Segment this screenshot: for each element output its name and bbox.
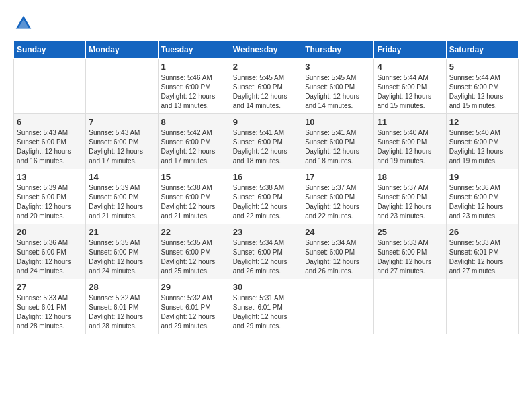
day-info: Sunrise: 5:41 AM Sunset: 6:00 PM Dayligh…	[305, 128, 371, 166]
day-number: 12	[449, 117, 515, 127]
day-cell: 5Sunrise: 5:44 AM Sunset: 6:00 PM Daylig…	[446, 59, 518, 114]
day-number: 29	[161, 282, 227, 292]
day-cell: 9Sunrise: 5:41 AM Sunset: 6:00 PM Daylig…	[230, 114, 302, 169]
page-header	[13, 13, 519, 34]
day-number: 2	[233, 62, 299, 72]
day-info: Sunrise: 5:36 AM Sunset: 6:00 PM Dayligh…	[449, 183, 515, 221]
week-row-1: 1Sunrise: 5:46 AM Sunset: 6:00 PM Daylig…	[14, 59, 519, 114]
day-cell: 29Sunrise: 5:32 AM Sunset: 6:01 PM Dayli…	[158, 279, 230, 334]
day-header-thursday: Thursday	[302, 41, 374, 59]
day-cell: 7Sunrise: 5:43 AM Sunset: 6:00 PM Daylig…	[86, 114, 158, 169]
day-info: Sunrise: 5:35 AM Sunset: 6:00 PM Dayligh…	[89, 238, 154, 276]
logo-icon	[13, 13, 34, 34]
day-cell: 28Sunrise: 5:32 AM Sunset: 6:01 PM Dayli…	[86, 279, 158, 334]
day-info: Sunrise: 5:39 AM Sunset: 6:00 PM Dayligh…	[89, 183, 154, 221]
day-cell: 3Sunrise: 5:45 AM Sunset: 6:00 PM Daylig…	[302, 59, 374, 114]
day-number: 14	[89, 172, 154, 182]
day-number: 6	[17, 117, 83, 127]
day-info: Sunrise: 5:36 AM Sunset: 6:00 PM Dayligh…	[17, 238, 83, 276]
day-number: 24	[305, 227, 371, 237]
day-header-sunday: Sunday	[14, 41, 86, 59]
day-number: 13	[17, 172, 83, 182]
day-header-monday: Monday	[86, 41, 158, 59]
calendar: SundayMondayTuesdayWednesdayThursdayFrid…	[13, 40, 519, 334]
day-cell: 15Sunrise: 5:38 AM Sunset: 6:00 PM Dayli…	[158, 169, 230, 224]
day-cell	[374, 279, 446, 334]
day-cell: 4Sunrise: 5:44 AM Sunset: 6:00 PM Daylig…	[374, 59, 446, 114]
day-cell: 16Sunrise: 5:38 AM Sunset: 6:00 PM Dayli…	[230, 169, 302, 224]
day-cell: 14Sunrise: 5:39 AM Sunset: 6:00 PM Dayli…	[86, 169, 158, 224]
day-info: Sunrise: 5:44 AM Sunset: 6:00 PM Dayligh…	[377, 73, 443, 111]
day-number: 26	[449, 227, 515, 237]
day-number: 28	[89, 282, 154, 292]
day-number: 25	[377, 227, 443, 237]
day-number: 18	[377, 172, 443, 182]
day-number: 17	[305, 172, 371, 182]
day-info: Sunrise: 5:39 AM Sunset: 6:00 PM Dayligh…	[17, 183, 83, 221]
day-info: Sunrise: 5:46 AM Sunset: 6:00 PM Dayligh…	[161, 73, 227, 111]
day-info: Sunrise: 5:37 AM Sunset: 6:00 PM Dayligh…	[305, 183, 371, 221]
day-info: Sunrise: 5:34 AM Sunset: 6:00 PM Dayligh…	[305, 238, 371, 276]
day-info: Sunrise: 5:40 AM Sunset: 6:00 PM Dayligh…	[449, 128, 515, 166]
day-cell: 6Sunrise: 5:43 AM Sunset: 6:00 PM Daylig…	[14, 114, 86, 169]
day-number: 4	[377, 62, 443, 72]
day-number: 1	[161, 62, 227, 72]
day-cell: 20Sunrise: 5:36 AM Sunset: 6:00 PM Dayli…	[14, 224, 86, 279]
day-number: 10	[305, 117, 371, 127]
week-row-5: 27Sunrise: 5:33 AM Sunset: 6:01 PM Dayli…	[14, 279, 519, 334]
day-number: 19	[449, 172, 515, 182]
day-cell	[302, 279, 374, 334]
day-info: Sunrise: 5:38 AM Sunset: 6:00 PM Dayligh…	[233, 183, 299, 221]
day-info: Sunrise: 5:32 AM Sunset: 6:01 PM Dayligh…	[161, 293, 227, 331]
day-cell: 24Sunrise: 5:34 AM Sunset: 6:00 PM Dayli…	[302, 224, 374, 279]
day-info: Sunrise: 5:37 AM Sunset: 6:00 PM Dayligh…	[377, 183, 443, 221]
day-info: Sunrise: 5:41 AM Sunset: 6:00 PM Dayligh…	[233, 128, 299, 166]
day-info: Sunrise: 5:31 AM Sunset: 6:01 PM Dayligh…	[233, 293, 299, 331]
day-number: 20	[17, 227, 83, 237]
day-info: Sunrise: 5:38 AM Sunset: 6:00 PM Dayligh…	[161, 183, 227, 221]
day-cell: 2Sunrise: 5:45 AM Sunset: 6:00 PM Daylig…	[230, 59, 302, 114]
day-number: 27	[17, 282, 83, 292]
day-header-saturday: Saturday	[446, 41, 518, 59]
day-cell: 8Sunrise: 5:42 AM Sunset: 6:00 PM Daylig…	[158, 114, 230, 169]
day-number: 5	[449, 62, 515, 72]
day-number: 15	[161, 172, 227, 182]
day-cell: 30Sunrise: 5:31 AM Sunset: 6:01 PM Dayli…	[230, 279, 302, 334]
day-number: 11	[377, 117, 443, 127]
day-cell: 19Sunrise: 5:36 AM Sunset: 6:00 PM Dayli…	[446, 169, 518, 224]
day-number: 9	[233, 117, 299, 127]
day-cell: 12Sunrise: 5:40 AM Sunset: 6:00 PM Dayli…	[446, 114, 518, 169]
day-cell: 23Sunrise: 5:34 AM Sunset: 6:00 PM Dayli…	[230, 224, 302, 279]
day-cell: 13Sunrise: 5:39 AM Sunset: 6:00 PM Dayli…	[14, 169, 86, 224]
day-number: 7	[89, 117, 154, 127]
day-header-tuesday: Tuesday	[158, 41, 230, 59]
day-number: 3	[305, 62, 371, 72]
calendar-header-row: SundayMondayTuesdayWednesdayThursdayFrid…	[14, 41, 519, 59]
day-number: 30	[233, 282, 299, 292]
day-number: 22	[161, 227, 227, 237]
day-header-wednesday: Wednesday	[230, 41, 302, 59]
day-info: Sunrise: 5:43 AM Sunset: 6:00 PM Dayligh…	[89, 128, 154, 166]
day-number: 23	[233, 227, 299, 237]
day-header-friday: Friday	[374, 41, 446, 59]
week-row-2: 6Sunrise: 5:43 AM Sunset: 6:00 PM Daylig…	[14, 114, 519, 169]
day-cell: 22Sunrise: 5:35 AM Sunset: 6:00 PM Dayli…	[158, 224, 230, 279]
day-number: 16	[233, 172, 299, 182]
day-info: Sunrise: 5:34 AM Sunset: 6:00 PM Dayligh…	[233, 238, 299, 276]
day-info: Sunrise: 5:44 AM Sunset: 6:00 PM Dayligh…	[449, 73, 515, 111]
week-row-3: 13Sunrise: 5:39 AM Sunset: 6:00 PM Dayli…	[14, 169, 519, 224]
week-row-4: 20Sunrise: 5:36 AM Sunset: 6:00 PM Dayli…	[14, 224, 519, 279]
logo	[13, 13, 36, 34]
day-info: Sunrise: 5:33 AM Sunset: 6:01 PM Dayligh…	[449, 238, 515, 276]
day-number: 21	[89, 227, 154, 237]
day-cell	[14, 59, 86, 114]
day-info: Sunrise: 5:33 AM Sunset: 6:00 PM Dayligh…	[377, 238, 443, 276]
day-info: Sunrise: 5:32 AM Sunset: 6:01 PM Dayligh…	[89, 293, 154, 331]
day-info: Sunrise: 5:40 AM Sunset: 6:00 PM Dayligh…	[377, 128, 443, 166]
day-info: Sunrise: 5:45 AM Sunset: 6:00 PM Dayligh…	[305, 73, 371, 111]
day-cell: 18Sunrise: 5:37 AM Sunset: 6:00 PM Dayli…	[374, 169, 446, 224]
day-info: Sunrise: 5:42 AM Sunset: 6:00 PM Dayligh…	[161, 128, 227, 166]
day-cell	[86, 59, 158, 114]
day-info: Sunrise: 5:45 AM Sunset: 6:00 PM Dayligh…	[233, 73, 299, 111]
day-cell: 21Sunrise: 5:35 AM Sunset: 6:00 PM Dayli…	[86, 224, 158, 279]
